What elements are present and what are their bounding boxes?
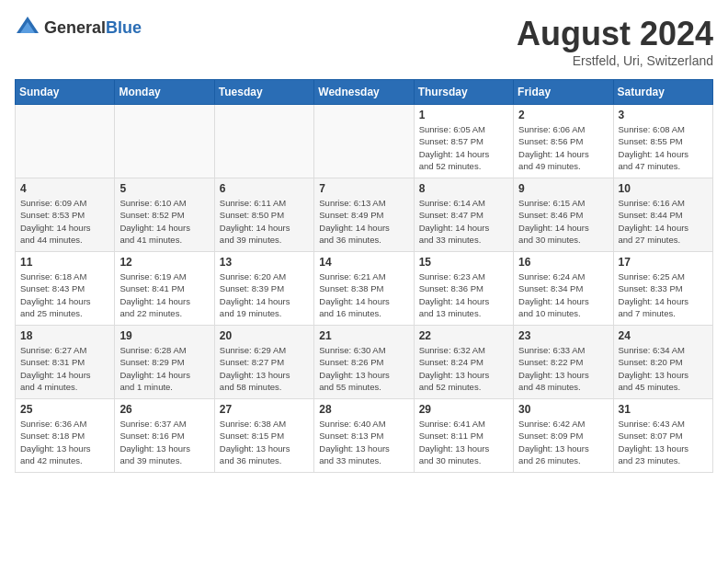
location: Erstfeld, Uri, Switzerland [517,53,713,68]
day-info: Sunrise: 6:08 AM Sunset: 8:55 PM Dayligh… [619,123,708,172]
day-info: Sunrise: 6:09 AM Sunset: 8:53 PM Dayligh… [20,197,109,246]
header-sunday: Sunday [16,80,115,105]
day-info: Sunrise: 6:33 AM Sunset: 8:22 PM Dayligh… [518,344,608,393]
day-info: Sunrise: 6:28 AM Sunset: 8:29 PM Dayligh… [119,344,209,393]
day-number: 7 [319,182,408,195]
day-number: 21 [319,329,408,342]
day-info: Sunrise: 6:42 AM Sunset: 8:09 PM Dayligh… [518,418,608,466]
calendar-cell: 28Sunrise: 6:40 AM Sunset: 8:13 PM Dayli… [314,399,414,473]
day-number: 20 [220,329,309,342]
day-number: 28 [319,403,408,416]
day-number: 23 [518,329,608,342]
header-wednesday: Wednesday [314,80,414,105]
logo-general: General [44,18,106,37]
calendar-cell: 20Sunrise: 6:29 AM Sunset: 8:27 PM Dayli… [214,326,313,399]
day-info: Sunrise: 6:11 AM Sunset: 8:50 PM Dayligh… [220,197,309,246]
day-info: Sunrise: 6:41 AM Sunset: 8:11 PM Dayligh… [419,418,508,466]
day-number: 12 [119,256,209,269]
day-info: Sunrise: 6:37 AM Sunset: 8:16 PM Dayligh… [119,418,209,466]
day-info: Sunrise: 6:18 AM Sunset: 8:43 PM Dayligh… [20,270,109,319]
calendar-week-0: 1Sunrise: 6:05 AM Sunset: 8:57 PM Daylig… [16,105,713,178]
day-number: 30 [518,403,608,416]
day-number: 19 [119,329,209,342]
calendar-week-2: 11Sunrise: 6:18 AM Sunset: 8:43 PM Dayli… [16,252,713,326]
calendar-cell: 4Sunrise: 6:09 AM Sunset: 8:53 PM Daylig… [16,178,115,252]
header-thursday: Thursday [414,80,513,105]
day-number: 11 [20,256,109,269]
day-info: Sunrise: 6:25 AM Sunset: 8:33 PM Dayligh… [619,270,708,319]
day-number: 25 [20,403,109,416]
day-info: Sunrise: 6:36 AM Sunset: 8:18 PM Dayligh… [20,418,109,466]
day-info: Sunrise: 6:06 AM Sunset: 8:56 PM Dayligh… [518,123,608,172]
header-tuesday: Tuesday [214,80,313,105]
day-info: Sunrise: 6:40 AM Sunset: 8:13 PM Dayligh… [319,418,408,466]
logo-blue: Blue [106,18,142,37]
calendar-cell: 18Sunrise: 6:27 AM Sunset: 8:31 PM Dayli… [16,326,115,399]
day-number: 13 [220,256,309,269]
page-header: GeneralBlue August 2024 Erstfeld, Uri, S… [15,15,713,68]
day-number: 1 [419,109,508,121]
day-info: Sunrise: 6:19 AM Sunset: 8:41 PM Dayligh… [119,270,209,319]
day-number: 17 [619,256,708,269]
day-info: Sunrise: 6:14 AM Sunset: 8:47 PM Dayligh… [419,197,508,246]
title-block: August 2024 Erstfeld, Uri, Switzerland [517,15,713,68]
calendar-cell [314,105,414,178]
day-number: 14 [319,256,408,269]
day-info: Sunrise: 6:32 AM Sunset: 8:24 PM Dayligh… [419,344,508,393]
calendar-cell: 27Sunrise: 6:38 AM Sunset: 8:15 PM Dayli… [214,399,313,473]
calendar-table: SundayMondayTuesdayWednesdayThursdayFrid… [15,79,713,473]
calendar-cell: 21Sunrise: 6:30 AM Sunset: 8:26 PM Dayli… [314,326,414,399]
calendar-cell: 24Sunrise: 6:34 AM Sunset: 8:20 PM Dayli… [613,326,712,399]
day-info: Sunrise: 6:16 AM Sunset: 8:44 PM Dayligh… [619,197,708,246]
day-info: Sunrise: 6:24 AM Sunset: 8:34 PM Dayligh… [518,270,608,319]
calendar-cell: 14Sunrise: 6:21 AM Sunset: 8:38 PM Dayli… [314,252,414,326]
calendar-cell: 15Sunrise: 6:23 AM Sunset: 8:36 PM Dayli… [414,252,513,326]
calendar-week-1: 4Sunrise: 6:09 AM Sunset: 8:53 PM Daylig… [16,178,713,252]
calendar-cell: 7Sunrise: 6:13 AM Sunset: 8:49 PM Daylig… [314,178,414,252]
calendar-header-row: SundayMondayTuesdayWednesdayThursdayFrid… [16,80,713,105]
calendar-cell: 6Sunrise: 6:11 AM Sunset: 8:50 PM Daylig… [214,178,313,252]
day-number: 9 [518,182,608,195]
calendar-cell: 19Sunrise: 6:28 AM Sunset: 8:29 PM Dayli… [115,326,214,399]
calendar-cell: 31Sunrise: 6:43 AM Sunset: 8:07 PM Dayli… [613,399,712,473]
day-info: Sunrise: 6:15 AM Sunset: 8:46 PM Dayligh… [518,197,608,246]
calendar-cell: 22Sunrise: 6:32 AM Sunset: 8:24 PM Dayli… [414,326,513,399]
calendar-cell: 11Sunrise: 6:18 AM Sunset: 8:43 PM Dayli… [16,252,115,326]
calendar-cell: 23Sunrise: 6:33 AM Sunset: 8:22 PM Dayli… [514,326,613,399]
calendar-cell [214,105,313,178]
month-year: August 2024 [517,15,713,53]
calendar-cell: 9Sunrise: 6:15 AM Sunset: 8:46 PM Daylig… [514,178,613,252]
day-info: Sunrise: 6:10 AM Sunset: 8:52 PM Dayligh… [119,197,209,246]
day-number: 5 [119,182,209,195]
calendar-week-3: 18Sunrise: 6:27 AM Sunset: 8:31 PM Dayli… [16,326,713,399]
day-number: 16 [518,256,608,269]
day-info: Sunrise: 6:34 AM Sunset: 8:20 PM Dayligh… [619,344,708,393]
header-monday: Monday [115,80,214,105]
calendar-cell: 13Sunrise: 6:20 AM Sunset: 8:39 PM Dayli… [214,252,313,326]
header-saturday: Saturday [613,80,712,105]
calendar-cell: 26Sunrise: 6:37 AM Sunset: 8:16 PM Dayli… [115,399,214,473]
day-number: 29 [419,403,508,416]
calendar-cell: 2Sunrise: 6:06 AM Sunset: 8:56 PM Daylig… [514,105,613,178]
day-info: Sunrise: 6:38 AM Sunset: 8:15 PM Dayligh… [220,418,309,466]
logo: GeneralBlue [15,15,142,40]
day-number: 31 [619,403,708,416]
day-info: Sunrise: 6:43 AM Sunset: 8:07 PM Dayligh… [619,418,708,466]
day-info: Sunrise: 6:20 AM Sunset: 8:39 PM Dayligh… [220,270,309,319]
day-number: 24 [619,329,708,342]
day-info: Sunrise: 6:05 AM Sunset: 8:57 PM Dayligh… [419,123,508,172]
calendar-cell: 12Sunrise: 6:19 AM Sunset: 8:41 PM Dayli… [115,252,214,326]
day-number: 4 [20,182,109,195]
day-info: Sunrise: 6:29 AM Sunset: 8:27 PM Dayligh… [220,344,309,393]
day-number: 3 [619,109,708,121]
header-friday: Friday [514,80,613,105]
day-number: 26 [119,403,209,416]
calendar-cell: 3Sunrise: 6:08 AM Sunset: 8:55 PM Daylig… [613,105,712,178]
calendar-cell: 10Sunrise: 6:16 AM Sunset: 8:44 PM Dayli… [613,178,712,252]
calendar-cell: 16Sunrise: 6:24 AM Sunset: 8:34 PM Dayli… [514,252,613,326]
calendar-week-4: 25Sunrise: 6:36 AM Sunset: 8:18 PM Dayli… [16,399,713,473]
calendar-cell: 1Sunrise: 6:05 AM Sunset: 8:57 PM Daylig… [414,105,513,178]
logo-icon [15,15,40,40]
calendar-cell: 8Sunrise: 6:14 AM Sunset: 8:47 PM Daylig… [414,178,513,252]
day-number: 8 [419,182,508,195]
